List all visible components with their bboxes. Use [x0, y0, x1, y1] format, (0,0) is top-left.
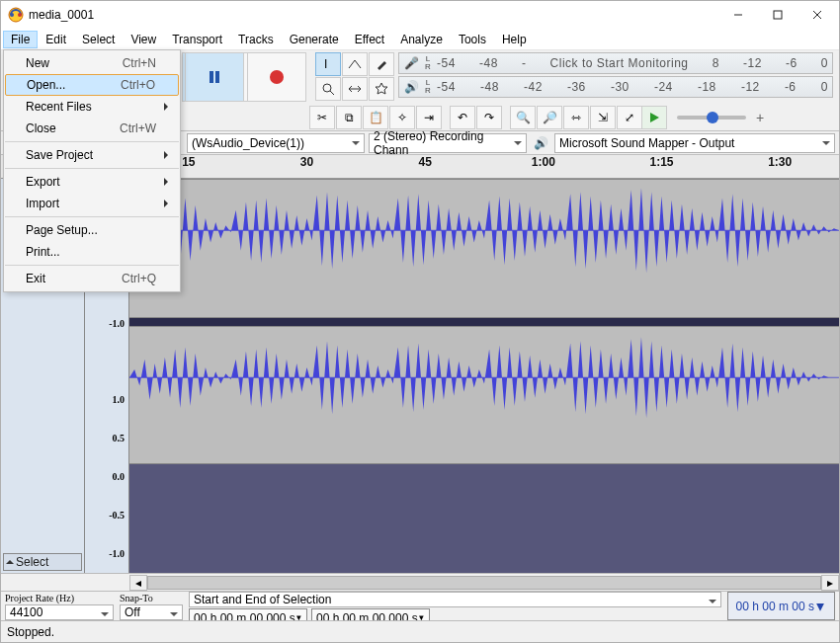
- menu-new-label: New: [26, 56, 49, 70]
- zoom-tool[interactable]: [315, 77, 341, 101]
- playback-meter[interactable]: 🔊 LR -54 -48 -42 -36 -30 -24 -18 -12 -6 …: [398, 76, 833, 98]
- recording-meter[interactable]: 🎤 LR -54 -48 - Click to Start Monitoring…: [398, 52, 833, 74]
- tick: 1:00: [484, 155, 603, 169]
- separator: [5, 141, 179, 142]
- menu-recent-files[interactable]: Recent Files: [4, 96, 180, 118]
- label: Recent Files: [26, 100, 92, 114]
- undo-button[interactable]: ↶: [450, 106, 475, 129]
- menu-file[interactable]: File: [3, 31, 38, 48]
- svg-point-11: [270, 70, 284, 84]
- triangle-icon: [6, 556, 14, 564]
- snap-to-combo[interactable]: Off: [120, 604, 183, 620]
- playback-device-combo[interactable]: Microsoft Sound Mapper - Output: [554, 133, 835, 153]
- label: Exit: [26, 272, 45, 285]
- pause-button[interactable]: [185, 52, 244, 102]
- menu-print[interactable]: Print...: [4, 241, 180, 263]
- fit-selection-button[interactable]: ⇿: [563, 106, 589, 129]
- shortcut: Ctrl+W: [120, 121, 156, 135]
- recording-channels-combo[interactable]: 2 (Stereo) Recording Chann: [369, 133, 527, 153]
- menu-generate[interactable]: Generate: [282, 31, 347, 48]
- shortcut: Ctrl+O: [121, 78, 155, 92]
- scroll-right-button[interactable]: ▸: [821, 575, 839, 591]
- copy-button[interactable]: ⧉: [336, 106, 362, 129]
- play-small-button[interactable]: [641, 106, 667, 129]
- combo-value: (WsAudio_Device(1)): [192, 136, 304, 150]
- playback-controls-small: +: [641, 106, 766, 129]
- zoom-in-button[interactable]: 🔍: [510, 106, 536, 129]
- menu-tools[interactable]: Tools: [451, 31, 494, 48]
- svg-point-1: [10, 13, 14, 17]
- svg-rect-4: [774, 11, 782, 19]
- silence-button[interactable]: ⇥: [416, 106, 442, 129]
- menu-analyze[interactable]: Analyze: [392, 31, 451, 48]
- label: Page Setup...: [26, 223, 98, 237]
- cut-button[interactable]: ✂: [309, 106, 335, 129]
- trim-button[interactable]: ✧: [389, 106, 415, 129]
- paste-button[interactable]: 📋: [363, 106, 388, 129]
- menu-new[interactable]: NewCtrl+N: [4, 52, 180, 74]
- redo-button[interactable]: ↷: [476, 106, 502, 129]
- meters: 🎤 LR -54 -48 - Click to Start Monitoring…: [398, 52, 833, 100]
- multi-tool[interactable]: [369, 77, 394, 101]
- tick: 45: [366, 155, 484, 169]
- menu-import[interactable]: Import: [4, 193, 180, 214]
- draw-tool[interactable]: [369, 52, 394, 76]
- empty-track-area[interactable]: [129, 464, 839, 573]
- timeshift-tool[interactable]: [342, 77, 368, 101]
- separator: [5, 265, 179, 266]
- menu-select[interactable]: Select: [74, 31, 123, 48]
- menu-export[interactable]: Export: [4, 171, 180, 193]
- menu-tracks[interactable]: Tracks: [230, 31, 282, 48]
- scroll-thumb[interactable]: [147, 576, 821, 590]
- menu-edit[interactable]: Edit: [38, 31, 74, 48]
- combo-value: Off: [125, 605, 140, 619]
- shortcut: Ctrl+Q: [122, 272, 156, 285]
- menu-exit[interactable]: ExitCtrl+Q: [4, 268, 180, 289]
- menu-open[interactable]: Open...Ctrl+O: [5, 74, 179, 96]
- meter-scale: -54 -48 -42 -36 -30 -24 -18 -12 -6 0: [433, 80, 832, 94]
- waveform-channel-right[interactable]: [129, 326, 839, 465]
- waveform-column: [129, 179, 839, 573]
- menubar: File Edit Select View Transport Tracks G…: [1, 29, 839, 50]
- menu-save-project[interactable]: Save Project: [4, 144, 180, 166]
- menu-transport[interactable]: Transport: [164, 31, 230, 48]
- tick: 1:15: [603, 155, 721, 169]
- lr-label: LR: [423, 79, 433, 95]
- scroll-left-button[interactable]: ◂: [129, 575, 147, 591]
- maximize-button[interactable]: [758, 1, 798, 29]
- zoom-toggle-button[interactable]: ⤢: [617, 106, 642, 129]
- microphone-icon: 🎤: [399, 56, 423, 70]
- label: Import: [26, 197, 59, 210]
- menu-close[interactable]: CloseCtrl+W: [4, 118, 180, 139]
- menu-view[interactable]: View: [123, 31, 164, 48]
- minimize-button[interactable]: [718, 1, 758, 29]
- zoom-out-button[interactable]: 🔎: [537, 106, 562, 129]
- slider-knob[interactable]: [707, 112, 718, 123]
- selection-type-combo[interactable]: Start and End of Selection: [189, 592, 721, 607]
- menu-effect[interactable]: Effect: [347, 31, 392, 48]
- tick: 1:30: [720, 155, 839, 169]
- speaker-icon: 🔊: [531, 136, 550, 150]
- close-button[interactable]: [798, 1, 837, 29]
- fit-project-button[interactable]: ⇲: [590, 106, 616, 129]
- track-select-button[interactable]: Select: [3, 553, 82, 571]
- selection-tool[interactable]: I: [315, 52, 341, 76]
- menu-open-label: Open...: [27, 78, 65, 92]
- volume-slider[interactable]: [677, 116, 746, 120]
- app-window: media_0001 File Edit Select View Transpo…: [0, 0, 840, 643]
- record-button[interactable]: [247, 52, 306, 102]
- window-title: media_0001: [29, 8, 718, 22]
- horizontal-scrollbar[interactable]: ◂ ▸: [1, 573, 839, 591]
- svg-point-13: [323, 84, 331, 92]
- waveform-channel-left[interactable]: [129, 179, 839, 318]
- svg-rect-9: [210, 71, 213, 83]
- envelope-tool[interactable]: [342, 52, 368, 76]
- recording-device-combo[interactable]: (WsAudio_Device(1)): [187, 133, 365, 153]
- menu-help[interactable]: Help: [494, 31, 535, 48]
- snap-to-label: Snap-To: [120, 592, 153, 603]
- label: Save Project: [26, 148, 93, 162]
- project-rate-combo[interactable]: 44100: [5, 604, 114, 620]
- audio-position-display[interactable]: 00 h 00 m 00 s▾: [727, 592, 835, 620]
- menu-page-setup[interactable]: Page Setup...: [4, 219, 180, 241]
- svg-text:I: I: [324, 57, 327, 71]
